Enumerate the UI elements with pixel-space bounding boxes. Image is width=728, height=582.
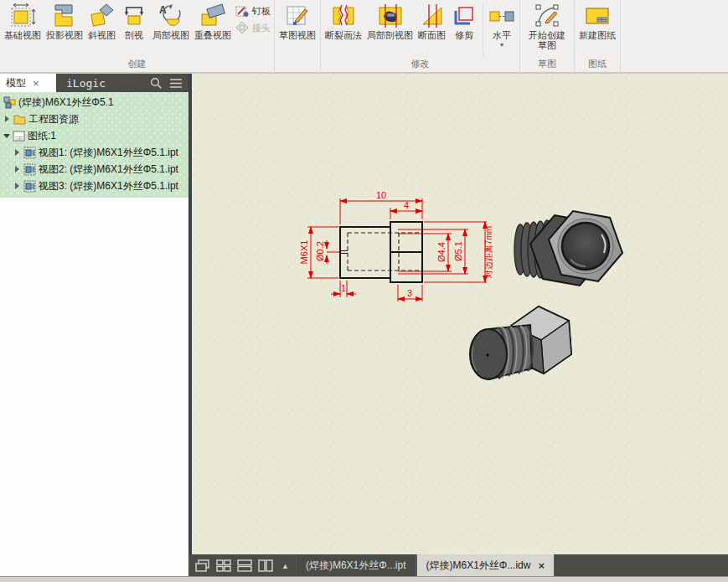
base-view-button[interactable]: 基础视图 [2,2,44,41]
tile-windows-icon[interactable] [216,559,231,572]
view-icon [23,163,36,176]
dropdown-arrow-icon[interactable]: ▼ [499,42,505,48]
sketch-view-icon [284,3,311,29]
chevron-right-icon[interactable] [5,116,13,122]
doc-tab-idw[interactable]: (焊接)M6X1外丝Φ...idw × [416,554,555,577]
horizontal-align-button[interactable]: 水平 ▼ [486,2,518,49]
break-out-button[interactable]: 局部剖视图 [364,2,416,41]
tree-item-resources[interactable]: 工程图资源 [0,111,188,127]
sketch-view-label: 草图视图 [279,30,316,40]
break-button[interactable]: 断裂画法 [323,2,364,41]
dim-shank-length[interactable]: 3 [407,288,412,298]
document-bar: ▲ (焊接)M6X1外丝Φ...ipt (焊接)M6X1外丝Φ...idw × [188,554,728,577]
browser-tree: (焊接)M6X1外丝Φ5.1 工程图资源 图纸:1 [0,92,188,198]
tree-item-view2[interactable]: 视图2: (焊接)M6X1外丝Φ5.1.ipt [0,161,188,178]
detail-view-label: 局部视图 [152,30,189,40]
nail-board-icon [235,4,249,18]
projected-view-icon [51,3,78,29]
overlay-view-icon [199,3,226,29]
group-label-sketch: 草图 [522,58,572,72]
tree-item-label: 视图1: (焊接)M6X1外丝Φ5.1.ipt [39,146,178,160]
dim-overall-length[interactable]: 10 [376,190,386,200]
overlay-view-button[interactable]: 重叠视图 [192,2,234,41]
ribbon-group-sheet: 新建图纸 图纸 [575,0,621,72]
new-sheet-icon [584,3,611,29]
joint-button: 接头 [235,21,271,34]
dim-thread-callout[interactable]: M6X1 [299,240,309,265]
doc-tab-ipt[interactable]: (焊接)M6X1外丝Φ...ipt [296,554,416,577]
cascade-windows-icon[interactable] [195,559,210,572]
dim-hole-dia[interactable]: Ø0.2 [315,241,325,261]
tree-item-sheet1[interactable]: 图纸:1 [0,127,188,144]
close-icon[interactable]: × [538,559,545,572]
tree-item-view1[interactable]: 视图1: (焊接)M6X1外丝Φ5.1.ipt [0,144,188,161]
tab-model-label: 模型 [6,76,26,90]
sketch-view-button[interactable]: 草图视图 [276,2,318,41]
chevron-down-icon[interactable] [3,134,10,142]
joint-icon [235,21,249,34]
modify-group-divider [483,3,483,56]
dim-across-flats[interactable]: 对边距离7mm [484,226,493,278]
dim-bore-dia[interactable]: Ø4.4 [436,242,447,262]
tree-item-label: 视图2: (焊接)M6X1外丝Φ5.1.ipt [39,162,178,177]
horizontal-align-icon [488,3,515,29]
drawing-view-iso-2[interactable] [470,306,571,379]
crop-button[interactable]: 修剪 [448,2,480,41]
slice-icon [419,3,446,29]
tree-item-root[interactable]: (焊接)M6X1外丝Φ5.1 [0,94,188,111]
section-view-label: 剖视 [125,30,143,40]
tree-item-label: (焊接)M6X1外丝Φ5.1 [18,95,114,110]
view-icon [23,147,36,159]
chevron-right-icon[interactable] [15,149,23,156]
tab-model[interactable]: 模型 × [0,74,56,92]
tab-ilogic[interactable]: iLogic [56,74,188,92]
split-horizontal-icon[interactable] [237,559,252,572]
menu-icon[interactable] [169,78,183,89]
chevron-right-icon[interactable] [15,166,23,173]
group-label-create: 创建 [2,58,272,72]
new-sheet-label: 新建图纸 [579,30,616,40]
group-label-sketchview [276,58,318,72]
break-label: 断裂画法 [325,30,362,40]
close-icon[interactable]: × [33,78,39,89]
drawing-view-front[interactable]: 10 4 对边距离7mm Ø5.1 Ø4.4 M6X1 Ø0.2 1 3 [299,190,493,301]
projected-view-button[interactable]: 投影视图 [44,2,85,41]
overlay-view-label: 重叠视图 [194,30,231,40]
drawing-canvas[interactable]: 10 4 对边距离7mm Ø5.1 Ø4.4 M6X1 Ø0.2 1 3 [192,74,728,554]
auxiliary-view-button[interactable]: 斜视图 [85,2,118,41]
status-bar [0,576,728,582]
dim-outer-dia[interactable]: Ø5.1 [453,241,463,261]
new-sheet-button[interactable]: 新建图纸 [576,2,618,41]
start-sketch-label: 开始创建草图 [524,30,570,50]
break-out-label: 局部剖视图 [367,30,413,40]
start-sketch-button[interactable]: 开始创建草图 [522,2,572,51]
base-view-icon [9,3,36,29]
expand-panel-icon[interactable]: ▲ [281,562,289,570]
tab-ilogic-label: iLogic [66,77,106,90]
section-view-button[interactable]: 剖视 [118,2,150,41]
assembly-icon [3,96,16,109]
slice-button[interactable]: 断面图 [416,2,448,41]
dim-chamfer-length[interactable]: 1 [341,283,346,293]
drawing-view-iso-1[interactable] [514,211,622,286]
chevron-right-icon[interactable] [15,183,23,189]
tree-item-label: 视图3: (焊接)M6X1外丝Φ5.1.ipt [39,179,178,193]
horizontal-align-label: 水平 [493,30,511,40]
detail-view-button[interactable]: A 局部视图 [150,2,192,41]
crop-label: 修剪 [455,30,473,40]
search-icon[interactable] [150,77,163,90]
ribbon-group-modify: 断裂画法 局部剖视图 断面图 [321,0,520,72]
split-vertical-icon[interactable] [258,559,273,572]
ribbon-group-sketchview: 草图视图 [275,0,321,72]
start-sketch-icon [534,3,560,29]
browser-tabs: 模型 × iLogic [0,74,188,92]
doc-tab-label: (焊接)M6X1外丝Φ...ipt [306,559,406,573]
nail-board-button[interactable]: 钉板 [235,4,271,18]
tree-item-label: 工程图资源 [28,112,79,126]
tree-item-view3[interactable]: 视图3: (焊接)M6X1外丝Φ5.1.ipt [0,178,188,194]
projected-view-label: 投影视图 [46,30,83,40]
sheet-icon [13,130,25,142]
group-label-modify: 修改 [323,58,518,72]
ribbon: 基础视图 投影视图 斜视图 [0,0,728,72]
dim-head-length[interactable]: 4 [404,200,409,210]
